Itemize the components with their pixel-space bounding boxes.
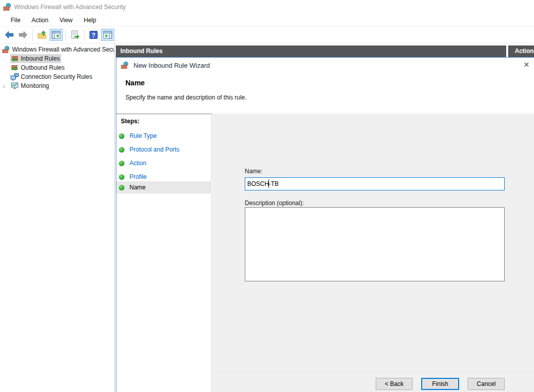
inbound-rules-icon — [11, 55, 19, 63]
console-tree-toggle-button[interactable] — [50, 29, 63, 41]
tree-item-label: Connection Security Rules — [21, 73, 92, 80]
steps-title: Steps: — [121, 118, 140, 125]
menu-item-help[interactable]: Help — [78, 15, 102, 25]
application-window: Windows Firewall with Advanced Security … — [0, 0, 534, 392]
firewall-icon — [121, 61, 129, 69]
up-folder-button[interactable] — [35, 29, 49, 41]
name-label: Name: — [245, 168, 262, 175]
wizard-title: New Inbound Rule Wizard — [134, 62, 210, 69]
description-textarea[interactable] — [245, 207, 505, 281]
toolbar-separator — [32, 29, 33, 40]
forward-button[interactable] — [17, 29, 30, 41]
name-input[interactable] — [245, 177, 505, 190]
tree-item-outbound-rules[interactable]: Outbound Rules — [10, 63, 66, 72]
menu-item-file[interactable]: File — [5, 15, 26, 25]
step-done-bullet-icon — [119, 133, 124, 139]
menubar: File Action View Help — [0, 14, 534, 26]
description-label: Description (optional): — [245, 200, 304, 207]
toolbar-separator — [65, 29, 66, 40]
expand-chevron-icon[interactable]: › — [3, 82, 9, 91]
tree-item-root-label: Windows Firewall with Advanced Security — [12, 46, 115, 53]
new-inbound-rule-wizard-dialog: New Inbound Rule Wizard × Name Specify t… — [116, 57, 534, 392]
tree-item-root[interactable]: Windows Firewall with Advanced Security — [2, 45, 115, 54]
toolbar-separator — [84, 29, 84, 40]
export-list-icon — [70, 30, 80, 40]
close-icon: × — [523, 59, 529, 70]
toolbar: ? — [0, 27, 534, 43]
firewall-icon — [2, 45, 10, 54]
page-subtitle: Specify the name and description of this… — [125, 94, 246, 101]
up-folder-icon — [37, 30, 47, 40]
tree-item-label: Outbound Rules — [21, 64, 65, 71]
step-item-name[interactable]: Name — [116, 181, 212, 193]
forward-arrow-icon — [18, 30, 28, 40]
tree-item-label: Monitoring — [21, 82, 49, 89]
menu-item-action[interactable]: Action — [26, 15, 54, 25]
close-button[interactable]: × — [521, 59, 532, 71]
wizard-titlebar: New Inbound Rule Wizard × — [116, 58, 534, 73]
tree-item-monitoring[interactable]: Monitoring — [10, 81, 51, 90]
tree-item-label: Inbound Rules — [21, 55, 60, 62]
help-button[interactable]: ? — [87, 29, 100, 41]
action-pane-toggle-icon — [103, 30, 113, 40]
step-item-protocol-and-ports[interactable]: Protocol and Ports — [116, 143, 212, 156]
console-tree-toggle-icon — [51, 30, 61, 40]
step-done-bullet-icon — [119, 161, 124, 166]
step-done-bullet-icon — [119, 174, 124, 180]
step-item-rule-type[interactable]: Rule Type — [116, 130, 212, 142]
text-caret — [269, 179, 269, 188]
action-pane-toggle-button[interactable] — [101, 29, 114, 41]
menu-item-view[interactable]: View — [54, 15, 78, 25]
step-done-bullet-icon — [119, 147, 124, 153]
firewall-app-icon — [3, 3, 12, 11]
back-button[interactable]: < Back — [376, 378, 413, 390]
step-item-action[interactable]: Action — [116, 157, 212, 169]
window-title: Windows Firewall with Advanced Security — [14, 4, 126, 11]
monitoring-icon — [11, 82, 19, 90]
console-tree: Windows Firewall with Advanced Security … — [0, 43, 115, 392]
help-icon: ? — [88, 30, 99, 40]
svg-text:?: ? — [92, 32, 95, 39]
page-heading: Name — [125, 79, 145, 87]
outbound-rules-icon — [11, 64, 19, 72]
tree-item-connection-security-rules[interactable]: Connection Security Rules — [10, 72, 94, 81]
finish-button[interactable]: Finish — [421, 378, 459, 390]
back-button[interactable] — [3, 29, 16, 41]
back-arrow-icon — [4, 30, 14, 40]
footer-separator — [212, 372, 534, 372]
connection-security-icon — [11, 73, 19, 81]
cancel-button[interactable]: Cancel — [468, 378, 505, 390]
step-done-bullet-icon — [119, 185, 124, 190]
inbound-rules-pane-header: Inbound Rules — [116, 45, 506, 57]
tree-item-inbound-rules[interactable]: Inbound Rules — [10, 54, 61, 63]
export-list-button[interactable] — [68, 29, 81, 41]
steps-panel: Steps: Rule Type Protocol and Ports Acti… — [116, 114, 212, 392]
window-titlebar: Windows Firewall with Advanced Security — [0, 0, 534, 14]
actions-pane-header: Actions — [508, 45, 534, 57]
